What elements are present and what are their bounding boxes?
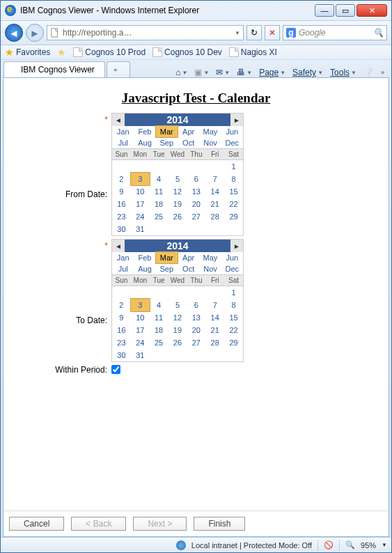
- month-may[interactable]: May: [199, 252, 221, 263]
- search-box[interactable]: g Google 🔍: [283, 25, 387, 40]
- month-aug[interactable]: Aug: [134, 263, 155, 274]
- calendar-day[interactable]: 19: [168, 324, 187, 336]
- calendar-day[interactable]: 30: [112, 223, 131, 235]
- calendar-day[interactable]: 24: [131, 336, 150, 349]
- favlink-1[interactable]: Cognos 10 Dev: [152, 47, 222, 57]
- calendar-day[interactable]: 4: [150, 299, 168, 311]
- calendar-day[interactable]: 21: [205, 324, 224, 336]
- month-sep[interactable]: Sep: [156, 263, 178, 274]
- cancel-button[interactable]: Cancel: [9, 517, 64, 531]
- calendar-day[interactable]: 6: [187, 299, 205, 311]
- calendar-day[interactable]: 29: [224, 210, 243, 223]
- close-button[interactable]: ✕: [356, 4, 387, 17]
- minimize-button[interactable]: —: [315, 4, 334, 17]
- calendar-day[interactable]: 14: [205, 185, 224, 198]
- calendar-day[interactable]: 21: [205, 198, 224, 210]
- back-button[interactable]: ◄: [5, 24, 23, 42]
- suggested-sites-icon[interactable]: ★: [57, 47, 66, 57]
- month-dec[interactable]: Dec: [221, 137, 243, 148]
- month-nov[interactable]: Nov: [199, 263, 221, 274]
- protected-off-icon[interactable]: 🚫: [324, 540, 334, 550]
- calendar-day[interactable]: 3: [130, 172, 150, 186]
- favlink-2[interactable]: Nagios XI: [229, 47, 277, 57]
- calendar-day[interactable]: 15: [224, 311, 243, 324]
- within-period-checkbox[interactable]: [111, 365, 120, 374]
- month-jun[interactable]: Jun: [221, 126, 243, 137]
- calendar-day[interactable]: 10: [131, 185, 150, 198]
- month-oct[interactable]: Oct: [178, 137, 199, 148]
- calendar-day[interactable]: 8: [224, 173, 243, 185]
- next-button[interactable]: Next >: [133, 517, 187, 531]
- month-dec[interactable]: Dec: [221, 263, 243, 274]
- calendar-day[interactable]: 27: [187, 210, 205, 223]
- tools-menu[interactable]: Tools▼: [330, 68, 356, 77]
- zoom-icon[interactable]: 🔍: [345, 540, 355, 550]
- calendar-day[interactable]: 24: [131, 210, 150, 223]
- search-go-icon[interactable]: 🔍: [373, 28, 384, 38]
- back-button[interactable]: < Back: [71, 517, 126, 531]
- calendar-day[interactable]: 9: [112, 185, 131, 198]
- calendar-day[interactable]: 25: [150, 336, 168, 349]
- month-nov[interactable]: Nov: [199, 137, 221, 148]
- calendar-day[interactable]: 10: [131, 311, 150, 324]
- prev-year-button[interactable]: ◄: [112, 114, 125, 126]
- month-mar[interactable]: Mar: [155, 251, 178, 264]
- calendar-day[interactable]: 4: [150, 173, 168, 185]
- safety-menu[interactable]: Safety▼: [292, 68, 323, 77]
- calendar-day[interactable]: 7: [205, 299, 224, 311]
- calendar-day[interactable]: 22: [224, 198, 243, 210]
- address-bar[interactable]: http://reporting.a… ▼: [47, 25, 244, 40]
- calendar-day[interactable]: 2: [112, 173, 131, 185]
- calendar-day[interactable]: 15: [224, 185, 243, 198]
- tab-cognos[interactable]: IBM Cognos Viewer: [3, 61, 105, 77]
- prev-year-button[interactable]: ◄: [112, 240, 125, 252]
- calendar-day[interactable]: 20: [187, 324, 205, 336]
- calendar-day[interactable]: 31: [131, 349, 150, 361]
- feeds-button[interactable]: ▣▼: [194, 68, 209, 77]
- calendar-day[interactable]: 29: [224, 336, 243, 349]
- calendar-day[interactable]: 19: [168, 198, 187, 210]
- calendar-day[interactable]: 1: [224, 160, 243, 173]
- calendar-day[interactable]: 25: [150, 210, 168, 223]
- calendar-day[interactable]: 26: [168, 210, 187, 223]
- calendar-day[interactable]: 18: [150, 198, 168, 210]
- calendar-day[interactable]: 20: [187, 198, 205, 210]
- calendar-day[interactable]: 28: [205, 336, 224, 349]
- month-apr[interactable]: Apr: [178, 252, 199, 263]
- stop-button[interactable]: ✕: [265, 25, 280, 40]
- maximize-button[interactable]: ▭: [336, 4, 355, 17]
- mail-button[interactable]: ✉▼: [216, 68, 230, 77]
- calendar-day[interactable]: 3: [130, 298, 150, 312]
- calendar-day[interactable]: 23: [112, 210, 131, 223]
- calendar-day[interactable]: 28: [205, 210, 224, 223]
- calendar-day[interactable]: 26: [168, 336, 187, 349]
- calendar-day[interactable]: 11: [150, 185, 168, 198]
- calendar-day[interactable]: 11: [150, 311, 168, 324]
- month-oct[interactable]: Oct: [178, 263, 199, 274]
- calendar-day[interactable]: 1: [224, 286, 243, 299]
- calendar-day[interactable]: 9: [112, 311, 131, 324]
- calendar-day[interactable]: 18: [150, 324, 168, 336]
- calendar-day[interactable]: 8: [224, 299, 243, 311]
- finish-button[interactable]: Finish: [194, 517, 245, 531]
- next-year-button[interactable]: ►: [230, 240, 243, 252]
- month-jan[interactable]: Jan: [112, 252, 134, 263]
- calendar-day[interactable]: 17: [131, 198, 150, 210]
- calendar-day[interactable]: 14: [205, 311, 224, 324]
- calendar-day[interactable]: 6: [187, 173, 205, 185]
- home-button[interactable]: ⌂▼: [175, 68, 187, 77]
- calendar-day[interactable]: 12: [168, 311, 187, 324]
- forward-button[interactable]: ►: [26, 24, 44, 42]
- calendar-day[interactable]: 23: [112, 336, 131, 349]
- calendar-day[interactable]: 13: [187, 185, 205, 198]
- month-sep[interactable]: Sep: [156, 137, 178, 148]
- month-apr[interactable]: Apr: [178, 126, 199, 137]
- calendar-day[interactable]: 7: [205, 173, 224, 185]
- calendar-day[interactable]: 2: [112, 299, 131, 311]
- calendar-day[interactable]: 16: [112, 324, 131, 336]
- calendar-day[interactable]: 16: [112, 198, 131, 210]
- month-jan[interactable]: Jan: [112, 126, 134, 137]
- next-year-button[interactable]: ►: [230, 114, 243, 126]
- overflow-icon[interactable]: »: [381, 69, 384, 76]
- zoom-dropdown-icon[interactable]: ▼: [382, 542, 387, 548]
